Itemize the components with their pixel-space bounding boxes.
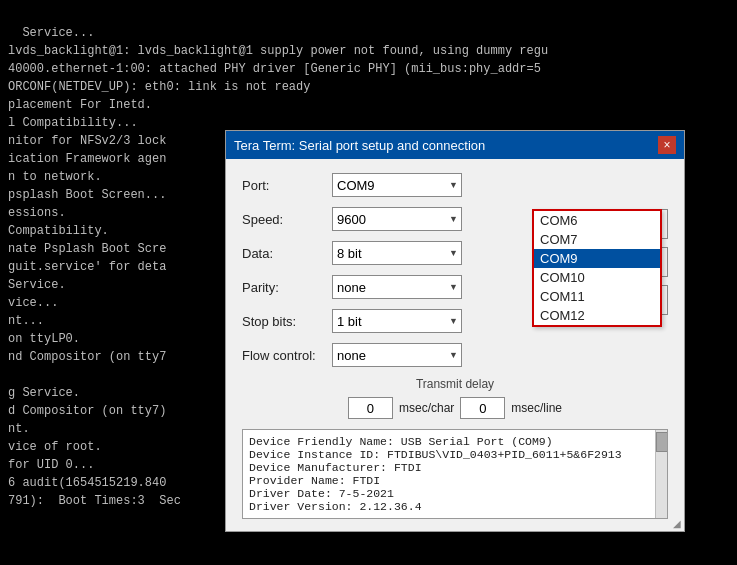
dialog-title: Tera Term: Serial port setup and connect… [234, 138, 485, 153]
dropdown-item-com7[interactable]: COM7 [534, 230, 660, 249]
data-select-wrapper: 8 bit [332, 241, 462, 265]
stop-bits-select[interactable]: 1 bit [332, 309, 462, 333]
port-dropdown-list: COM6 COM7 COM9 COM10 COM11 COM12 [532, 209, 662, 327]
dropdown-item-com10[interactable]: COM10 [534, 268, 660, 287]
transmit-section: Transmit delay msec/char msec/line [242, 377, 668, 419]
dropdown-item-com6[interactable]: COM6 [534, 211, 660, 230]
port-label: Port: [242, 178, 332, 193]
flow-label: Flow control: [242, 348, 332, 363]
port-select[interactable]: COM9 [332, 173, 462, 197]
resize-handle-icon: ◢ [673, 518, 681, 529]
transmit-title: Transmit delay [242, 377, 668, 391]
device-info-line1: Device Friendly Name: USB Serial Port (C… [249, 435, 661, 448]
stop-bits-label: Stop bits: [242, 314, 332, 329]
scrollbar-thumb[interactable] [656, 432, 668, 452]
device-info-line5: Driver Date: 7-5-2021 [249, 487, 661, 500]
stop-bits-select-wrapper: 1 bit [332, 309, 462, 333]
serial-port-dialog: Tera Term: Serial port setup and connect… [225, 130, 685, 532]
device-info-line6: Driver Version: 2.12.36.4 [249, 500, 661, 513]
transmit-row: msec/char msec/line [242, 397, 668, 419]
device-info-line4: Provider Name: FTDI [249, 474, 661, 487]
parity-select[interactable]: none [332, 275, 462, 299]
device-info-line3: Device Manufacturer: FTDI [249, 461, 661, 474]
msec-char-input[interactable] [348, 397, 393, 419]
parity-select-wrapper: none [332, 275, 462, 299]
msec-char-label: msec/char [399, 401, 454, 415]
flow-control: none [332, 343, 668, 367]
device-info-line2: Device Instance ID: FTDIBUS\VID_0403+PID… [249, 448, 661, 461]
device-info-box: Device Friendly Name: USB Serial Port (C… [242, 429, 668, 519]
msec-line-label: msec/line [511, 401, 562, 415]
flow-select-wrapper: none [332, 343, 462, 367]
speed-label: Speed: [242, 212, 332, 227]
flow-control-row: Flow control: none [242, 343, 668, 367]
dialog-body: Port: COM9 Speed: 9600 D [226, 159, 684, 531]
flow-select[interactable]: none [332, 343, 462, 367]
dialog-close-button[interactable]: × [658, 136, 676, 154]
msec-line-input[interactable] [460, 397, 505, 419]
data-select[interactable]: 8 bit [332, 241, 462, 265]
scrollbar[interactable] [655, 430, 667, 518]
port-row: Port: COM9 [242, 173, 668, 197]
speed-select-wrapper: 9600 [332, 207, 462, 231]
dialog-titlebar: Tera Term: Serial port setup and connect… [226, 131, 684, 159]
port-control: COM9 [332, 173, 668, 197]
speed-select[interactable]: 9600 [332, 207, 462, 231]
parity-label: Parity: [242, 280, 332, 295]
dropdown-item-com11[interactable]: COM11 [534, 287, 660, 306]
port-select-wrapper: COM9 [332, 173, 462, 197]
dropdown-item-com9[interactable]: COM9 [534, 249, 660, 268]
dropdown-item-com12[interactable]: COM12 [534, 306, 660, 325]
data-label: Data: [242, 246, 332, 261]
